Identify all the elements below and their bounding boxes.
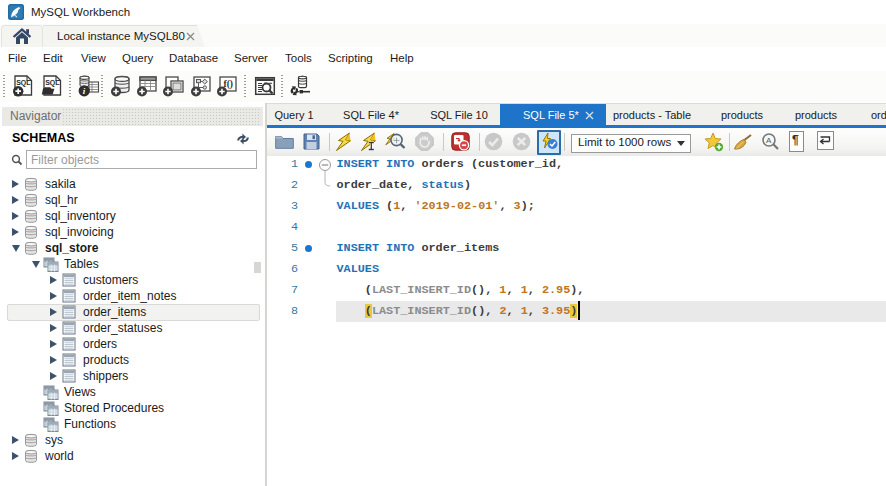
svg-text:SQL: SQL	[16, 79, 31, 87]
svg-text:SQL: SQL	[45, 79, 60, 87]
svg-text:A: A	[766, 136, 772, 145]
